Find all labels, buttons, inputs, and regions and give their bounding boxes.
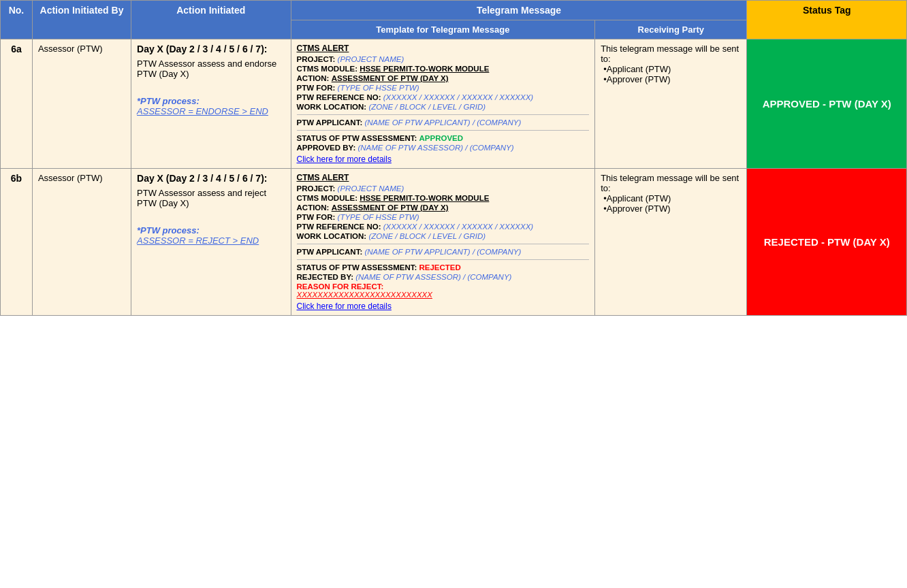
row-6b-party-1: •Applicant (PTW) <box>603 193 741 203</box>
row-6b-receiving: This telegram message will be sent to: •… <box>595 169 747 316</box>
row-6b-module: CTMS MODULE: HSSE PERMIT-TO-WORK MODULE <box>297 194 590 202</box>
row-6a-project: PROJECT: (PROJECT NAME) <box>297 55 590 63</box>
row-6b-action-by: Assessor (PTW) <box>32 169 131 316</box>
row-6b-rejected-by: REJECTED BY: (NAME OF PTW ASSESSOR) / (C… <box>297 273 590 281</box>
col-action-by-header: Action Initiated By <box>32 1 131 39</box>
row-6a-action-by: Assessor (PTW) <box>32 39 131 169</box>
row-6a-party-2: •Approver (PTW) <box>603 74 741 84</box>
row-6a-ptw-label: *PTW process: <box>137 96 285 106</box>
col-receiving-header: Receiving Party <box>595 20 747 39</box>
col-template-header: Template for Telegram Message <box>291 20 595 39</box>
row-6b-ptw-steps: ASSESSOR = REJECT > END <box>137 235 285 246</box>
row-6a-click-details[interactable]: Click here for more details <box>297 154 590 164</box>
row-6a-status: STATUS OF PTW ASSESSMENT: APPROVED <box>297 134 590 142</box>
row-6b-ptw-ref: PTW REFERENCE NO: (XXXXXX / XXXXXX / XXX… <box>297 223 590 231</box>
row-6a-template: CTMS ALERT PROJECT: (PROJECT NAME) CTMS … <box>291 39 595 169</box>
row-6b-desc: PTW Assessor assess and reject PTW (Day … <box>137 188 285 208</box>
row-6a-desc: PTW Assessor assess and endorse PTW (Day… <box>137 59 285 79</box>
row-6b-action: Day X (Day 2 / 3 / 4 / 5 / 6 / 7): PTW A… <box>131 169 291 316</box>
row-6a-receiving-intro: This telegram message will be sent to: <box>601 44 739 64</box>
row-6a-action: Day X (Day 2 / 3 / 4 / 5 / 6 / 7): PTW A… <box>131 39 291 169</box>
row-6a-party-1: •Applicant (PTW) <box>603 64 741 74</box>
row-6a-work-loc: WORK LOCATION: (ZONE / BLOCK / LEVEL / G… <box>297 103 590 111</box>
row-6b-work-loc: WORK LOCATION: (ZONE / BLOCK / LEVEL / G… <box>297 232 590 240</box>
row-6b-reason: REASON FOR REJECT: XXXXXXXXXXXXXXXXXXXXX… <box>297 282 590 299</box>
row-6b-party-2: •Approver (PTW) <box>603 203 741 214</box>
row-6b-template: CTMS ALERT PROJECT: (PROJECT NAME) CTMS … <box>291 169 595 316</box>
row-6b-no: 6b <box>1 169 33 316</box>
row-6a-ptw-steps: ASSESSOR = ENDORSE > END <box>137 106 285 116</box>
row-6a-applicant: PTW APPLICANT: (NAME OF PTW APPLICANT) /… <box>297 118 590 127</box>
row-6b-status-tag: REJECTED - PTW (DAY X) <box>747 169 907 316</box>
row-6b-project: PROJECT: (PROJECT NAME) <box>297 184 590 193</box>
row-6b-ptw-label: *PTW process: <box>137 225 285 235</box>
row-6a-action-tmpl: ACTION: ASSESSMENT OF PTW (DAY X) <box>297 74 590 82</box>
col-no-header: No. <box>1 1 33 39</box>
row-6b-applicant: PTW APPLICANT: (NAME OF PTW APPLICANT) /… <box>297 248 590 256</box>
row-6b-day: Day X (Day 2 / 3 / 4 / 5 / 6 / 7): <box>137 173 285 184</box>
row-6b-ptw-for: PTW FOR: (TYPE OF HSSE PTW) <box>297 213 590 221</box>
row-6a-approved-by: APPROVED BY: (NAME OF PTW ASSESSOR) / (C… <box>297 144 590 152</box>
row-6a-no: 6a <box>1 39 33 169</box>
row-6b-click-details[interactable]: Click here for more details <box>297 301 590 311</box>
row-6b-alert: CTMS ALERT <box>297 173 590 182</box>
col-status-header: Status Tag <box>747 1 907 39</box>
row-6a-module: CTMS MODULE: HSSE PERMIT-TO-WORK MODULE <box>297 65 590 73</box>
row-6a-ptw-for: PTW FOR: (TYPE OF HSSE PTW) <box>297 84 590 92</box>
row-6b-status: STATUS OF PTW ASSESSMENT: REJECTED <box>297 263 590 272</box>
row-6b-action-tmpl: ACTION: ASSESSMENT OF PTW (DAY X) <box>297 203 590 212</box>
row-6a-ptw-ref: PTW REFERENCE NO: (XXXXXX / XXXXXX / XXX… <box>297 93 590 101</box>
row-6a-receiving: This telegram message will be sent to: •… <box>595 39 747 169</box>
col-telegram-header: Telegram Message <box>291 1 747 20</box>
row-6a-alert: CTMS ALERT <box>297 44 590 53</box>
row-6b-receiving-intro: This telegram message will be sent to: <box>601 173 739 193</box>
col-action-header: Action Initiated <box>131 1 291 39</box>
row-6a-status-tag: APPROVED - PTW (DAY X) <box>747 39 907 169</box>
row-6a-day: Day X (Day 2 / 3 / 4 / 5 / 6 / 7): <box>137 44 285 54</box>
